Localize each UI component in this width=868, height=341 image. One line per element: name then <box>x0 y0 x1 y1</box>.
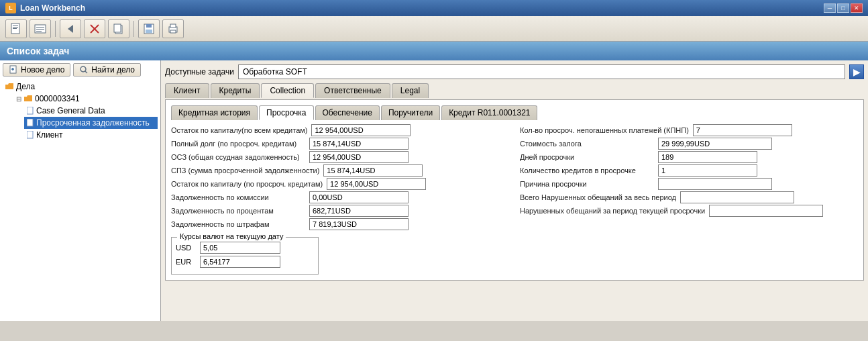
input-7[interactable] <box>309 218 409 230</box>
sub-tab-collateral[interactable]: Обеспечение <box>315 105 380 120</box>
svg-rect-2 <box>13 27 18 28</box>
label-1: Полный долг (по просроч. кредитам) <box>171 140 305 148</box>
sidebar-label-client: Клиент <box>36 130 63 140</box>
sidebar-item-overdue[interactable]: Просроченная задолженность <box>24 117 158 129</box>
svg-marker-25 <box>24 95 32 101</box>
svg-rect-12 <box>114 24 121 32</box>
new-case-icon <box>9 65 18 75</box>
svg-line-23 <box>85 71 87 73</box>
content-area: Доступные задачи ▶ Клиент Кредиты Collec… <box>161 60 868 321</box>
find-case-label: Найти дело <box>91 65 135 75</box>
label-0: Остаток по капиталу(по всем кредитам) <box>171 126 307 134</box>
r-input-1[interactable] <box>658 138 772 150</box>
list-button[interactable] <box>30 19 51 38</box>
svg-rect-28 <box>27 131 33 138</box>
tasks-row: Доступные задачи ▶ <box>165 64 864 79</box>
tab-legal[interactable]: Legal <box>392 83 429 98</box>
header-bar: Список задач <box>0 42 868 60</box>
print-icon <box>166 22 180 36</box>
label-7: Задолженность по штрафам <box>171 220 305 228</box>
sidebar-item-case-general[interactable]: Case General Data <box>24 105 158 117</box>
r-input-6[interactable] <box>709 205 823 217</box>
input-2[interactable] <box>309 151 409 163</box>
r-form-row-1: Стоимость залога <box>520 138 858 150</box>
sidebar: Новое дело Найти дело Дела ⊟ 0000003341 … <box>0 60 161 321</box>
toolbar-separator-1 <box>55 21 56 37</box>
tasks-go-icon: ▶ <box>853 66 861 77</box>
file-icon-1 <box>27 107 34 115</box>
svg-rect-6 <box>36 29 44 30</box>
form-row-2: ОСЗ (общая ссудная задолженность) <box>171 151 509 163</box>
tasks-go-button[interactable]: ▶ <box>849 64 864 79</box>
form-row-7: Задолженность по штрафам <box>171 218 509 230</box>
delete-button[interactable] <box>84 19 105 38</box>
eur-input[interactable] <box>200 256 280 268</box>
sub-tab-credit-history[interactable]: Кредитная история <box>171 105 258 120</box>
tab-client[interactable]: Клиент <box>165 83 209 98</box>
svg-rect-7 <box>36 31 42 32</box>
svg-point-22 <box>80 66 86 72</box>
new-case-button[interactable]: Новое дело <box>3 63 70 77</box>
input-5[interactable] <box>309 191 409 203</box>
sub-tab-credit-detail[interactable]: Кредит R011.0001321 <box>441 105 537 120</box>
form-row-3: СПЗ (сумма просроченной задолженности) <box>171 164 509 177</box>
new-doc-button[interactable] <box>5 19 27 38</box>
tasks-label: Доступные задачи <box>165 67 234 77</box>
r-input-2[interactable] <box>658 151 757 163</box>
r-label-0: Кол-во просроч. непогашенных платежей (К… <box>520 126 689 134</box>
sidebar-item-client[interactable]: Клиент <box>24 129 158 141</box>
new-doc-icon <box>9 22 23 36</box>
find-case-icon <box>79 65 89 75</box>
case-id-label: 0000003341 <box>35 94 80 103</box>
label-6: Задолженность по процентам <box>171 207 305 215</box>
back-button[interactable] <box>60 19 81 38</box>
close-button[interactable]: ✕ <box>851 3 863 13</box>
currency-box-title: Курсы валют на текущую дату <box>177 232 286 240</box>
sidebar-root[interactable]: Дела <box>3 81 158 93</box>
copy-button[interactable] <box>108 19 129 38</box>
r-input-0[interactable] <box>693 124 792 136</box>
svg-rect-27 <box>27 119 33 126</box>
tab-responsible[interactable]: Ответственные <box>315 83 390 98</box>
r-form-row-6: Нарушенных обещаний за период текущей пр… <box>520 205 858 217</box>
sub-tab-overdue[interactable]: Просрочка <box>259 105 314 120</box>
input-4[interactable] <box>327 178 426 190</box>
print-button[interactable] <box>162 19 184 38</box>
find-case-button[interactable]: Найти дело <box>73 63 141 77</box>
input-1[interactable] <box>309 138 409 150</box>
sub-tab-guarantors[interactable]: Поручители <box>381 105 440 120</box>
app-icon: L <box>5 3 16 13</box>
r-input-4[interactable] <box>658 178 772 190</box>
currency-row-eur: EUR <box>176 256 314 268</box>
tab-credits[interactable]: Кредиты <box>211 83 260 98</box>
file-icon-3 <box>27 131 34 139</box>
save-button[interactable] <box>138 19 160 38</box>
tasks-input[interactable] <box>238 64 845 79</box>
label-2: ОСЗ (общая ссудная задолженность) <box>171 153 305 161</box>
form-row-1: Полный долг (по просроч. кредитам) <box>171 138 509 150</box>
window-title: Loan Workbench <box>20 3 820 13</box>
sidebar-label-overdue: Просроченная задолженность <box>36 118 150 128</box>
sub-tabs: Кредитная история Просрочка Обеспечение … <box>171 105 858 120</box>
r-input-3[interactable] <box>658 164 757 177</box>
input-6[interactable] <box>309 205 409 217</box>
tab-collection[interactable]: Collection <box>261 83 314 98</box>
usd-input[interactable] <box>200 242 280 254</box>
r-label-5: Всего Нарушенных обещаний за весь период <box>520 193 676 201</box>
file-icon-2 <box>27 119 34 127</box>
maximize-button[interactable]: □ <box>837 3 849 13</box>
label-5: Задолженность по комиссии <box>171 193 305 201</box>
form-row-5: Задолженность по комиссии <box>171 191 509 203</box>
minimize-button[interactable]: ─ <box>824 3 836 13</box>
sidebar-case-node[interactable]: ⊟ 0000003341 <box>13 93 158 105</box>
main-tabs: Клиент Кредиты Collection Ответственные … <box>165 83 864 98</box>
svg-rect-26 <box>27 107 33 114</box>
input-0[interactable] <box>311 124 411 136</box>
svg-rect-1 <box>13 26 18 26</box>
r-input-5[interactable] <box>680 191 794 203</box>
r-form-row-2: Дней просрочки <box>520 151 858 163</box>
input-3[interactable] <box>323 164 423 177</box>
r-form-row-3: Количество кредитов в просрочке <box>520 164 858 177</box>
svg-rect-15 <box>146 30 152 33</box>
r-form-row-0: Кол-во просроч. непогашенных платежей (К… <box>520 124 858 136</box>
